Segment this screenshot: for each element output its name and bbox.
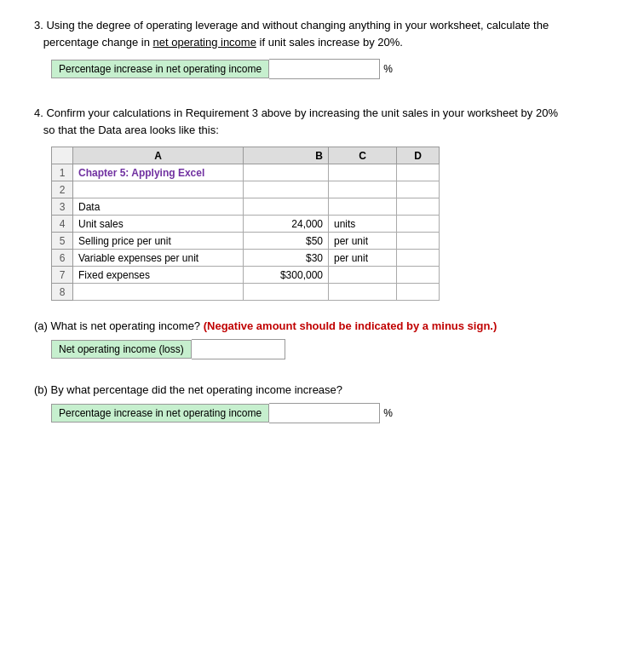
section-3: 3. Using the degree of operating leverag… <box>34 17 610 79</box>
section-4: 4. Confirm your calculations in Requirem… <box>34 105 610 423</box>
cell-7b: $300,000 <box>244 267 329 284</box>
section-3-input-field[interactable] <box>269 59 380 79</box>
sub-a-label: (a) What is net operating income? <box>34 319 204 332</box>
table-row: 5 Selling price per unit $50 per unit <box>52 233 440 250</box>
row-num-6: 6 <box>52 250 73 267</box>
col-header-a: A <box>73 147 244 164</box>
cell-2c <box>329 181 397 198</box>
section-4a-input-field[interactable] <box>192 339 285 359</box>
row-num-1: 1 <box>52 164 73 181</box>
cell-5c: per unit <box>329 233 397 250</box>
table-row: 3 Data <box>52 198 440 216</box>
cell-8a <box>73 284 244 301</box>
table-row: 2 <box>52 181 440 198</box>
cell-7d <box>397 267 440 284</box>
cell-4c: units <box>329 216 397 233</box>
question-3-number: 3. <box>34 19 43 32</box>
row-num-3: 3 <box>52 198 73 216</box>
cell-5a: Selling price per unit <box>73 233 244 250</box>
cell-5d <box>397 233 440 250</box>
cell-3d <box>397 198 440 216</box>
cell-1d <box>397 164 440 181</box>
sub-question-b: (b) By what percentage did the net opera… <box>34 383 610 396</box>
table-row: 6 Variable expenses per unit $30 per uni… <box>52 250 440 267</box>
section-3-input-label: Percentage increase in net operating inc… <box>51 60 269 78</box>
cell-6a: Variable expenses per unit <box>73 250 244 267</box>
cell-3c <box>329 198 397 216</box>
cell-8c <box>329 284 397 301</box>
cell-6b: $30 <box>244 250 329 267</box>
section-3-percent: % <box>383 63 393 75</box>
cell-1a: Chapter 5: Applying Excel <box>73 164 244 181</box>
sub-b-label: (b) By what percentage did the net opera… <box>34 383 342 396</box>
cell-1c <box>329 164 397 181</box>
row-num-5: 5 <box>52 233 73 250</box>
row-num-2: 2 <box>52 181 73 198</box>
section-4b-percent: % <box>383 407 393 419</box>
table-row: 4 Unit sales 24,000 units <box>52 216 440 233</box>
cell-7c <box>329 267 397 284</box>
col-header-d: D <box>397 147 440 164</box>
cell-3b <box>244 198 329 216</box>
question-4-number: 4. <box>34 106 43 119</box>
section-3-input-row: Percentage increase in net operating inc… <box>51 59 610 79</box>
cell-2b <box>244 181 329 198</box>
cell-4b: 24,000 <box>244 216 329 233</box>
col-header-empty <box>52 147 73 164</box>
cell-7a: Fixed expenses <box>73 267 244 284</box>
row-num-8: 8 <box>52 284 73 301</box>
cell-6d <box>397 250 440 267</box>
cell-1b <box>244 164 329 181</box>
sub-question-a: (a) What is net operating income? (Negat… <box>34 319 610 332</box>
section-4a-input-label: Net operating income (loss) <box>51 340 192 359</box>
table-row: 7 Fixed expenses $300,000 <box>52 267 440 284</box>
col-header-c: C <box>329 147 397 164</box>
section-4b-input-row: Percentage increase in net operating inc… <box>51 403 610 423</box>
row-num-7: 7 <box>52 267 73 284</box>
question-3-text: 3. Using the degree of operating leverag… <box>34 17 610 50</box>
cell-3a: Data <box>73 198 244 216</box>
sub-a-red-text: (Negative amount should be indicated by … <box>204 319 497 332</box>
question-4-text: 4. Confirm your calculations in Requirem… <box>34 105 610 138</box>
table-row: 8 <box>52 284 440 301</box>
cell-5b: $50 <box>244 233 329 250</box>
question-4-body: Confirm your calculations in Requirement… <box>34 106 558 136</box>
section-4b-input-label: Percentage increase in net operating inc… <box>51 404 269 423</box>
spreadsheet-table: A B C D 1 Chapter 5: Applying Excel 2 <box>51 147 440 301</box>
table-row: 1 Chapter 5: Applying Excel <box>52 164 440 181</box>
question-3-body: Using the degree of operating leverage a… <box>34 19 549 49</box>
chapter-title: Chapter 5: Applying Excel <box>78 167 204 179</box>
cell-4d <box>397 216 440 233</box>
col-header-b: B <box>244 147 329 164</box>
cell-6c: per unit <box>329 250 397 267</box>
section-4a-input-row: Net operating income (loss) <box>51 339 610 359</box>
cell-2d <box>397 181 440 198</box>
cell-2a <box>73 181 244 198</box>
spreadsheet-wrap: A B C D 1 Chapter 5: Applying Excel 2 <box>51 147 610 301</box>
cell-8b <box>244 284 329 301</box>
cell-4a: Unit sales <box>73 216 244 233</box>
section-4b-input-field[interactable] <box>269 403 380 423</box>
cell-8d <box>397 284 440 301</box>
row-num-4: 4 <box>52 216 73 233</box>
